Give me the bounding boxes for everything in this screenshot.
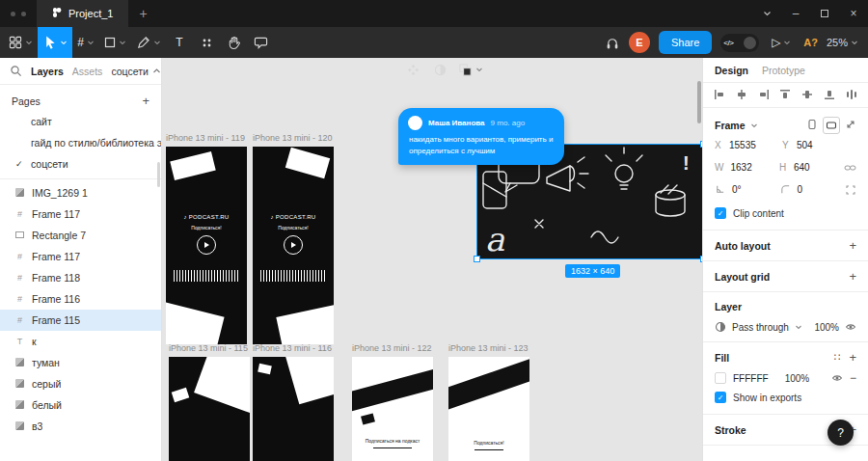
styles-icon[interactable]: ∷ <box>833 351 840 364</box>
canvas-frame-119[interactable]: ♪ PODCAST.RU Подписаться! <box>166 147 247 344</box>
independent-corners-icon[interactable] <box>845 184 856 196</box>
layer-row[interactable]: серый <box>0 373 161 394</box>
align-h-center-icon[interactable] <box>736 89 747 102</box>
text-tool[interactable]: T <box>166 27 193 58</box>
tab-assets[interactable]: Assets <box>72 66 103 77</box>
comment-tool[interactable] <box>247 27 274 58</box>
zoom-control[interactable]: 25% <box>827 37 858 48</box>
remove-fill-button[interactable]: − <box>850 371 856 385</box>
width-field[interactable]: W1632 <box>715 162 779 173</box>
audio-headphones-icon[interactable] <box>605 36 620 50</box>
frame-title[interactable]: iPhone 13 mini - 123 <box>448 343 529 353</box>
dev-mode-toggle[interactable]: </> <box>720 34 759 52</box>
component-tool[interactable] <box>399 54 426 85</box>
page-item[interactable]: сайт <box>0 111 161 132</box>
frame-title[interactable]: iPhone 13 mini - 120 <box>253 133 333 143</box>
align-bottom-icon[interactable] <box>824 89 835 102</box>
eye-icon[interactable] <box>845 321 856 333</box>
ai-badge[interactable]: A? <box>803 37 818 48</box>
align-right-icon[interactable] <box>758 89 770 102</box>
frame-tool[interactable]: # <box>72 27 99 58</box>
fill-color-swatch[interactable] <box>715 372 726 384</box>
mask-tool[interactable] <box>426 54 453 85</box>
frame-title[interactable]: iPhone 13 mini - 115 <box>169 343 248 353</box>
layer-row[interactable]: в3 <box>0 416 161 437</box>
add-auto-layout-button[interactable]: + <box>849 239 856 252</box>
canvas-scrollbar[interactable] <box>697 81 701 123</box>
page-item[interactable]: гайд по стилю/библиотека эле... <box>0 132 161 153</box>
canvas-frame-123[interactable]: Подписаться! <box>448 357 529 461</box>
align-left-icon[interactable] <box>714 89 725 102</box>
clip-content-checkbox[interactable]: ✓ Clip content <box>715 205 856 221</box>
shape-tool[interactable] <box>99 27 131 58</box>
tab-layers[interactable]: Layers <box>31 66 64 77</box>
add-layout-grid-button[interactable]: + <box>849 270 856 283</box>
align-v-center-icon[interactable] <box>801 89 813 102</box>
sidebar-scrollbar[interactable] <box>157 162 160 187</box>
move-tool[interactable] <box>38 27 72 58</box>
canvas-frame-120[interactable]: ♪ PODCAST.RU Подписаться! <box>253 147 334 344</box>
add-fill-button[interactable]: + <box>849 351 856 364</box>
blend-mode-select[interactable]: Pass through <box>732 322 789 333</box>
rotation-field[interactable]: 0° <box>715 184 780 195</box>
canvas[interactable]: iPhone 13 mini - 119 ♪ PODCAST.RU Подпис… <box>162 58 702 461</box>
new-tab-button[interactable]: + <box>128 6 157 21</box>
layer-row[interactable]: Tк <box>0 331 161 352</box>
landscape-orientation-icon[interactable] <box>823 117 840 134</box>
layer-row-selected[interactable]: #Frame 115 <box>0 310 161 331</box>
frame-title[interactable]: iPhone 13 mini - 116 <box>253 343 332 353</box>
tab-design[interactable]: Design <box>715 65 748 76</box>
boolean-tool[interactable] <box>453 54 488 85</box>
layer-row[interactable]: #Frame 118 <box>0 267 161 288</box>
page-item-active[interactable]: ✓ соцсети <box>0 153 161 175</box>
layer-row[interactable]: #Frame 116 <box>0 288 161 310</box>
corner-radius-field[interactable]: 0 <box>780 184 846 195</box>
resize-to-fit-icon[interactable] <box>845 119 856 132</box>
main-menu-button[interactable] <box>4 27 38 58</box>
layer-row[interactable]: белый <box>0 394 161 416</box>
fill-opacity-field[interactable]: 100% <box>785 373 810 384</box>
portrait-orientation-icon[interactable] <box>806 119 818 132</box>
show-in-exports-checkbox[interactable]: ✓ Show in exports <box>715 390 856 405</box>
align-top-icon[interactable] <box>779 89 791 102</box>
comment-bubble[interactable]: Маша Иванова 9 mo. ago накидать много ва… <box>398 108 564 165</box>
selection-handle[interactable] <box>474 256 480 262</box>
hand-tool[interactable] <box>220 27 247 58</box>
frame-title[interactable]: iPhone 13 mini - 122 <box>352 343 432 353</box>
layer-row[interactable]: #Frame 117 <box>0 246 161 267</box>
file-tab[interactable]: Project_1 <box>37 0 128 27</box>
frame-title[interactable]: iPhone 13 mini - 119 <box>166 133 245 143</box>
fill-hex-field[interactable]: FFFFFF <box>733 373 769 384</box>
minimize-button[interactable]: – <box>781 0 810 27</box>
constrain-proportions-icon[interactable] <box>844 162 856 174</box>
canvas-frame-122[interactable]: Подписаться на подкаст <box>352 357 433 461</box>
tab-menu-chevron[interactable] <box>752 0 781 27</box>
pen-tool[interactable] <box>131 27 166 58</box>
actions-tool[interactable] <box>193 27 220 58</box>
frame-section-header[interactable]: Frame <box>715 117 856 134</box>
search-icon[interactable] <box>10 65 22 77</box>
help-button[interactable]: ? <box>827 420 854 446</box>
close-button[interactable]: × <box>839 0 868 27</box>
height-field[interactable]: H640 <box>779 162 844 173</box>
layer-row[interactable]: Rectangle 7 <box>0 225 161 246</box>
x-position-field[interactable]: X15535 <box>715 140 782 150</box>
canvas-frame-115[interactable] <box>169 357 250 461</box>
layer-opacity-field[interactable]: 100% <box>814 322 839 333</box>
user-avatar[interactable]: E <box>629 32 650 53</box>
canvas-frame-116[interactable] <box>253 357 334 461</box>
add-page-button[interactable]: + <box>142 94 149 108</box>
page-selector[interactable]: соцсети <box>111 66 161 77</box>
frame-icon: # <box>77 36 84 49</box>
layer-row[interactable]: #Frame 117 <box>0 203 161 225</box>
eye-icon[interactable] <box>831 372 843 384</box>
maximize-button[interactable] <box>810 0 839 27</box>
layer-row[interactable]: IMG_1269 1 <box>0 182 161 203</box>
share-button[interactable]: Share <box>659 31 712 54</box>
present-button[interactable]: ▷ <box>768 27 795 58</box>
layer-row[interactable]: туман <box>0 352 161 373</box>
y-position-field[interactable]: Y504 <box>782 140 850 150</box>
tab-prototype[interactable]: Prototype <box>762 65 805 76</box>
image-icon <box>14 400 25 411</box>
tidy-icon[interactable] <box>846 89 857 102</box>
